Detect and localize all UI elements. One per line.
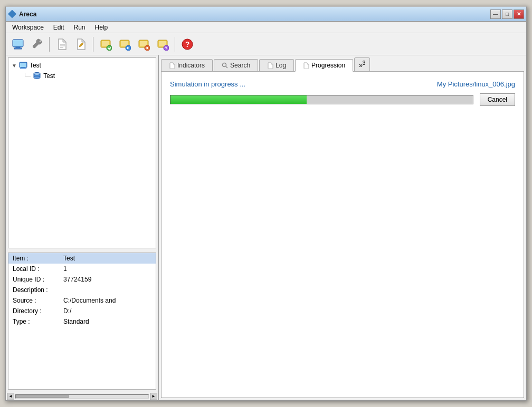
title-bar-left: Areca bbox=[8, 10, 36, 18]
settings-button[interactable] bbox=[28, 35, 46, 53]
backup-icon bbox=[99, 38, 112, 51]
property-row: Directory :D:/ bbox=[8, 306, 156, 316]
toolbar: ? bbox=[6, 33, 526, 55]
tab-search[interactable]: Search bbox=[214, 59, 258, 71]
close-button[interactable]: ✕ bbox=[514, 9, 524, 19]
progress-bar-container: Cancel bbox=[170, 93, 515, 106]
tab-content-progression: Simulation in progress ... My Pictures/l… bbox=[161, 72, 524, 398]
tree-expand-arrow[interactable]: ▼ bbox=[12, 63, 17, 69]
progress-bar-fill bbox=[170, 95, 307, 104]
property-value: Standard bbox=[61, 316, 156, 327]
property-label: Source : bbox=[8, 295, 61, 306]
computer-icon bbox=[19, 61, 27, 70]
toolbar-separator-1 bbox=[49, 37, 50, 52]
tab-indicators-label: Indicators bbox=[177, 62, 205, 69]
tab-overflow-label: » bbox=[359, 62, 363, 69]
workspace-icon bbox=[12, 38, 24, 51]
toolbar-separator-2 bbox=[93, 37, 93, 52]
tree-connector: └─ bbox=[23, 73, 31, 79]
app-icon bbox=[8, 10, 16, 18]
backup-button[interactable] bbox=[97, 35, 115, 53]
svg-rect-3 bbox=[13, 40, 23, 46]
window-title: Areca bbox=[19, 11, 36, 18]
help-button[interactable]: ? bbox=[178, 35, 196, 53]
scroll-right-button[interactable]: ► bbox=[150, 393, 157, 400]
indicators-tab-icon bbox=[169, 62, 175, 69]
tree-child-item[interactable]: └─ Test bbox=[23, 71, 154, 81]
property-value: C:/Documents and bbox=[61, 295, 156, 306]
toolbar-separator-3 bbox=[175, 37, 175, 52]
tree-root-label: Test bbox=[30, 62, 41, 69]
progress-bar-track bbox=[170, 95, 473, 104]
maximize-button[interactable]: □ bbox=[502, 9, 512, 19]
edit-icon bbox=[74, 38, 87, 51]
property-row: Description : bbox=[8, 285, 156, 295]
tree-root-item[interactable]: ▼ Test bbox=[11, 60, 154, 71]
property-label: Type : bbox=[8, 316, 61, 327]
menu-run[interactable]: Run bbox=[70, 23, 90, 32]
merge-icon bbox=[156, 38, 169, 51]
tab-progression[interactable]: Progression bbox=[295, 59, 353, 72]
simulate-icon bbox=[118, 38, 131, 51]
property-row: Local ID :1 bbox=[8, 264, 156, 274]
tree-child-label: Test bbox=[43, 72, 55, 80]
property-value: 37724159 bbox=[61, 274, 156, 285]
tab-indicators[interactable]: Indicators bbox=[161, 59, 213, 71]
tabs-bar: Indicators Search Log bbox=[161, 57, 524, 72]
svg-line-33 bbox=[226, 66, 227, 68]
main-content: ▼ Test └─ bbox=[6, 55, 526, 400]
progression-tab-icon bbox=[303, 62, 309, 69]
menu-bar: Workspace Edit Run Help bbox=[6, 22, 526, 33]
property-label: Item : bbox=[8, 253, 61, 264]
property-row: Type :Standard bbox=[8, 316, 156, 327]
new-button[interactable] bbox=[53, 35, 71, 53]
restore-icon bbox=[137, 38, 150, 51]
svg-rect-24 bbox=[20, 68, 26, 69]
properties-rows: Item :TestLocal ID :1Unique ID :37724159… bbox=[8, 253, 156, 327]
menu-workspace[interactable]: Workspace bbox=[8, 23, 48, 32]
help-icon: ? bbox=[181, 38, 194, 51]
tab-log-label: Log bbox=[276, 62, 286, 69]
property-value: Test bbox=[61, 253, 156, 264]
progress-area: Simulation in progress ... My Pictures/l… bbox=[170, 80, 515, 106]
scroll-thumb bbox=[16, 395, 69, 398]
svg-rect-2 bbox=[14, 48, 22, 49]
simulate-button[interactable] bbox=[116, 35, 134, 53]
log-tab-icon bbox=[267, 62, 273, 69]
scroll-track[interactable] bbox=[15, 394, 149, 399]
svg-point-30 bbox=[34, 76, 40, 79]
minimize-button[interactable]: — bbox=[490, 9, 501, 19]
new-doc-icon bbox=[55, 38, 68, 51]
search-tab-icon bbox=[222, 62, 228, 69]
svg-rect-25 bbox=[20, 63, 26, 67]
property-label: Description : bbox=[8, 285, 61, 295]
title-bar: Areca — □ ✕ bbox=[6, 7, 526, 22]
title-bar-buttons: — □ ✕ bbox=[490, 9, 524, 19]
property-row: Source :C:/Documents and bbox=[8, 295, 156, 306]
scroll-left-button[interactable]: ◄ bbox=[7, 393, 14, 400]
property-value bbox=[61, 285, 156, 295]
cancel-button[interactable]: Cancel bbox=[480, 93, 515, 106]
merge-button[interactable] bbox=[154, 35, 172, 53]
property-label: Local ID : bbox=[8, 264, 61, 274]
tab-progression-label: Progression bbox=[311, 62, 345, 69]
workspace-button[interactable] bbox=[9, 35, 27, 53]
tab-log[interactable]: Log bbox=[259, 59, 294, 71]
progress-status: Simulation in progress ... bbox=[170, 80, 245, 88]
menu-edit[interactable]: Edit bbox=[49, 23, 69, 32]
restore-button[interactable] bbox=[135, 35, 153, 53]
edit-button[interactable] bbox=[72, 35, 90, 53]
main-window: Areca — □ ✕ Workspace Edit Run Help bbox=[5, 6, 527, 401]
svg-text:?: ? bbox=[185, 40, 190, 49]
property-label: Unique ID : bbox=[8, 274, 61, 285]
tab-overflow-button[interactable]: »3 bbox=[354, 57, 370, 71]
properties-panel: Properties Item :TestLocal ID :1Unique I… bbox=[8, 253, 156, 390]
menu-help[interactable]: Help bbox=[91, 23, 112, 32]
wrench-icon bbox=[31, 38, 43, 51]
property-label: Directory : bbox=[8, 306, 61, 316]
tree-view[interactable]: ▼ Test └─ bbox=[8, 57, 156, 248]
progress-file: My Pictures/linux_006.jpg bbox=[437, 80, 515, 88]
right-panel: Indicators Search Log bbox=[159, 55, 526, 400]
property-value: D:/ bbox=[61, 306, 156, 316]
property-row: Unique ID :37724159 bbox=[8, 274, 156, 285]
